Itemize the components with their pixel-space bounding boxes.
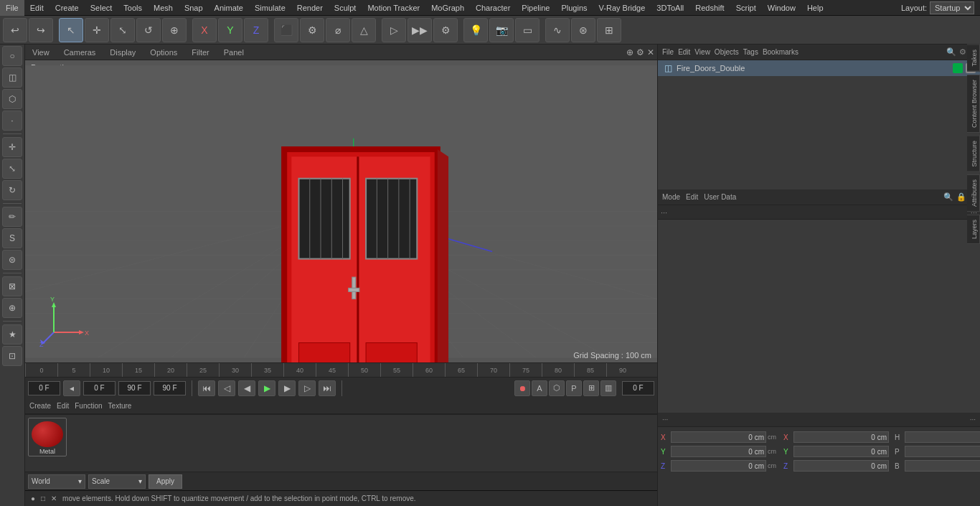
attr-userdata-btn[interactable]: User Data [704,193,736,201]
mat-tab-create[interactable]: Create [29,402,51,410]
lp-snap[interactable]: ⊠ [2,276,22,296]
sphere-button[interactable]: ⚙ [300,18,324,42]
menu-snap[interactable]: Snap [179,0,209,16]
layout-dropdown[interactable]: Startup [930,1,974,14]
next-frame-button[interactable]: ▶ [278,380,296,396]
floor-button[interactable]: ▭ [515,18,540,42]
menu-animate[interactable]: Animate [209,0,249,16]
attr-search-icon[interactable]: 🔍 [943,192,953,202]
select-tool-button[interactable]: ↖ [59,18,83,42]
frame-step-down[interactable]: ◂ [63,380,80,396]
vp-tab-cameras[interactable]: Cameras [60,44,100,60]
camera-button[interactable]: 📷 [489,18,514,42]
side-tab-structure[interactable]: Structure [967,136,980,172]
frame-rate-button[interactable]: ▥ [600,380,616,396]
rotate-tool-button[interactable]: ↺ [136,18,161,42]
objects-list[interactable]: ◫ Fire_Doors_Double [658,60,980,189]
menu-vray-bridge[interactable]: V-Ray Bridge [593,0,651,16]
scale-tool-button[interactable]: ⤡ [110,18,135,42]
lp-symmetry[interactable]: ⊜ [2,250,22,270]
scale-dropdown[interactable]: Scale ▾ [88,474,146,489]
status-icon-3[interactable]: ✕ [51,495,57,502]
prev-frame-button[interactable]: ◀ [238,380,255,396]
coord-p-input[interactable] [905,446,980,457]
obj-header-view[interactable]: View [694,48,710,56]
side-tab-layers[interactable]: Layers [967,215,980,244]
menu-file[interactable]: File [0,0,24,16]
timeline-ruler[interactable]: 0 5 10 15 20 25 30 35 40 45 50 55 60 65 … [25,362,657,377]
vp-tab-panel[interactable]: Panel [220,44,248,60]
mat-tab-function[interactable]: Function [75,402,102,410]
skip-start-button[interactable]: ⏮ [198,380,215,396]
render-frame-button[interactable]: ▷ [382,18,406,42]
status-icon-2[interactable]: □ [41,495,45,502]
vp-tab-display[interactable]: Display [105,44,140,60]
vp-tab-filter[interactable]: Filter [187,44,213,60]
obj-header-bookmarks[interactable]: Bookmarks [763,48,798,56]
lp-rotate[interactable]: ↻ [2,180,22,200]
viewport-3d[interactable]: Perspective [25,60,657,362]
right-frame-input[interactable] [622,381,654,395]
menu-character[interactable]: Character [470,0,516,16]
material-swatch-metal[interactable]: Metal [28,418,67,456]
side-tab-attributes[interactable]: Attributes [967,174,980,212]
cube-button[interactable]: ⬛ [274,18,298,42]
lp-sculpt[interactable]: S [2,228,22,248]
light-button[interactable]: 💡 [463,18,488,42]
redo-button[interactable]: ↪ [29,18,53,42]
lp-solo[interactable]: ★ [2,324,22,345]
lp-obj-mode[interactable]: ○ [2,46,22,66]
prev-keyframe-button[interactable]: ◁ [218,380,235,396]
cylinder-button[interactable]: ⌀ [326,18,350,42]
keyframe-button[interactable]: ⬡ [549,380,565,396]
lp-scale[interactable]: ⤡ [2,159,22,179]
motion-path-button[interactable]: ⊞ [583,380,599,396]
obj-header-file[interactable]: File [662,48,674,56]
vp-icon-expand[interactable]: ⊕ [626,47,633,57]
menu-edit[interactable]: Edit [24,0,50,16]
menu-create[interactable]: Create [50,0,85,16]
y-axis-button[interactable]: Y [218,18,242,42]
obj-header-tags[interactable]: Tags [743,48,758,56]
next-keyframe-button[interactable]: ▷ [298,380,316,396]
transform-tool-button[interactable]: ⊕ [162,18,187,42]
record-button[interactable]: ⏺ [514,380,530,396]
start-frame-input[interactable] [83,381,116,395]
coord-z-input[interactable] [671,460,766,472]
menu-tools[interactable]: Tools [118,0,148,16]
menu-render[interactable]: Render [291,0,329,16]
side-tab-content-browser[interactable]: Content Browser [967,75,980,133]
obj-header-edit[interactable]: Edit [678,48,690,56]
menu-help[interactable]: Help [801,0,829,16]
mat-tab-texture[interactable]: Texture [108,402,132,410]
attr-mode-btn[interactable]: Mode [662,193,680,201]
cone-button[interactable]: △ [352,18,376,42]
coord-z2-input[interactable] [793,460,889,472]
move-tool-button[interactable]: ✛ [85,18,109,42]
autokey-button[interactable]: A [532,380,547,396]
render-view-button[interactable]: ▶▶ [407,18,432,42]
nurbs-button[interactable]: ⊛ [571,18,595,42]
lp-paint[interactable]: ✏ [2,207,22,227]
apply-button[interactable]: Apply [149,474,182,489]
motion-clip-button[interactable]: P [566,380,582,396]
side-tab-takes[interactable]: Takes [967,44,980,72]
play-button[interactable]: ▶ [258,380,275,396]
render-settings-button[interactable]: ⚙ [433,18,458,42]
world-dropdown[interactable]: World ▾ [28,474,85,489]
coord-x-input[interactable] [671,431,766,443]
menu-redshift[interactable]: Redshift [689,0,730,16]
coord-x2-input[interactable] [793,431,889,443]
lp-edge-mode[interactable]: ⬡ [2,89,22,109]
lp-move[interactable]: ✛ [2,137,22,157]
lp-magnet[interactable]: ⊕ [2,298,22,318]
coord-b-input[interactable] [905,460,980,472]
undo-button[interactable]: ↩ [3,18,27,42]
vp-tab-view[interactable]: View [28,44,54,60]
end-frame-input[interactable] [118,381,151,395]
coord-y-input[interactable] [671,446,766,457]
skip-end-button[interactable]: ⏭ [319,380,336,396]
menu-plugins[interactable]: Plugins [555,0,593,16]
coord-h-input[interactable] [905,431,980,443]
deformer-button[interactable]: ⊞ [597,18,621,42]
